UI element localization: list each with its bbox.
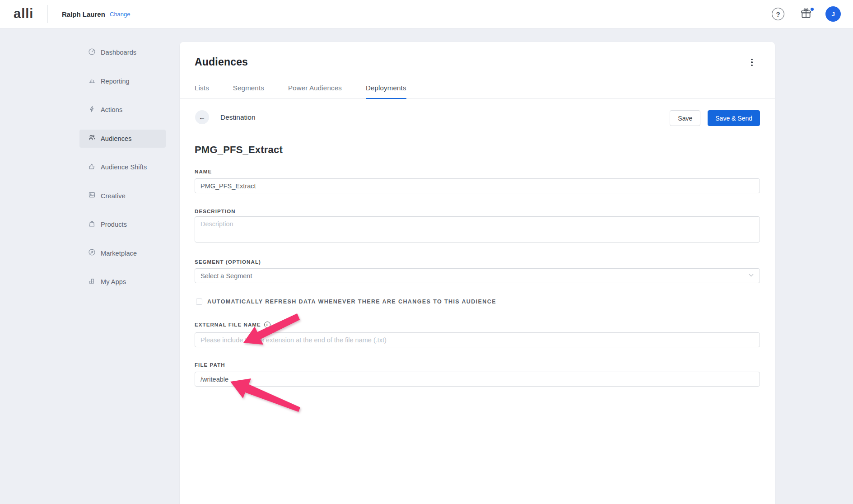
- name-label: NAME: [195, 169, 212, 174]
- deployment-name-heading: PMG_PFS_Extract: [195, 144, 283, 156]
- sidebar-item-my-apps[interactable]: My Apps: [79, 273, 166, 291]
- top-bar: alli Ralph Lauren Change ? J: [0, 0, 853, 28]
- gift-icon: [800, 13, 812, 21]
- destination-label: Destination: [220, 110, 256, 124]
- info-icon[interactable]: i: [264, 322, 270, 328]
- segment-label: SEGMENT (OPTIONAL): [195, 259, 261, 265]
- back-button[interactable]: ←: [195, 110, 209, 124]
- tab-power-audiences[interactable]: Power Audiences: [288, 84, 342, 98]
- external-file-name-label: EXTERNAL FILE NAME i: [195, 322, 270, 328]
- sidebar-item-label: Actions: [101, 106, 122, 113]
- sidebar-nav: Dashboards Reporting Actions Audiences A…: [79, 43, 166, 302]
- sidebar-item-label: My Apps: [101, 278, 126, 285]
- back-arrow-icon: ←: [199, 113, 205, 121]
- chevron-down-icon: [748, 272, 754, 280]
- apps-grid-icon: [88, 277, 96, 287]
- file-path-label: FILE PATH: [195, 362, 225, 368]
- sidebar-item-actions[interactable]: Actions: [79, 101, 166, 119]
- page-title: Audiences: [195, 56, 248, 68]
- whats-new-button[interactable]: [800, 8, 814, 21]
- segment-select[interactable]: Select a Segment: [195, 268, 760, 283]
- question-mark-icon: ?: [776, 10, 780, 18]
- sidebar-item-marketplace[interactable]: Marketplace: [79, 244, 166, 262]
- sidebar-item-reporting[interactable]: Reporting: [79, 72, 166, 90]
- toolbar-actions: Save Save & Send: [670, 110, 760, 126]
- name-input[interactable]: [195, 178, 760, 193]
- bar-chart-icon: [88, 76, 96, 86]
- sidebar-item-audiences[interactable]: Audiences: [79, 130, 166, 148]
- people-icon: [88, 134, 96, 143]
- external-file-name-input[interactable]: [195, 332, 760, 347]
- auto-refresh-row: AUTOMATICALLY REFRESH DATA WHENEVER THER…: [196, 299, 496, 305]
- auto-refresh-checkbox[interactable]: [196, 299, 202, 305]
- sidebar-item-label: Reporting: [101, 78, 130, 85]
- avatar-initial: J: [831, 11, 834, 18]
- sidebar-item-label: Audience Shifts: [101, 163, 147, 171]
- sidebar-item-label: Products: [101, 221, 127, 228]
- sidebar-item-label: Marketplace: [101, 250, 137, 257]
- save-button[interactable]: Save: [670, 110, 700, 126]
- tab-segments[interactable]: Segments: [233, 84, 264, 98]
- lightning-icon: [88, 105, 96, 115]
- file-path-input[interactable]: [195, 372, 760, 387]
- help-button[interactable]: ?: [772, 8, 784, 20]
- description-input[interactable]: [195, 216, 760, 243]
- tab-lists[interactable]: Lists: [195, 84, 209, 98]
- app-logo: alli: [14, 0, 33, 28]
- external-file-name-label-text: EXTERNAL FILE NAME: [195, 322, 261, 327]
- sidebar-item-label: Audiences: [101, 135, 132, 142]
- change-client-link[interactable]: Change: [110, 0, 131, 28]
- segment-select-value: Select a Segment: [200, 272, 252, 280]
- kebab-menu-button[interactable]: [747, 57, 756, 67]
- user-avatar[interactable]: J: [825, 6, 841, 22]
- sidebar-item-label: Dashboards: [101, 49, 136, 56]
- sidebar-item-creative[interactable]: Creative: [79, 187, 166, 205]
- notification-dot: [810, 7, 815, 12]
- sidebar-item-label: Creative: [101, 192, 126, 200]
- tab-deployments[interactable]: Deployments: [366, 84, 406, 98]
- compass-icon: [88, 248, 96, 258]
- image-icon: [88, 191, 96, 201]
- sidebar-item-products[interactable]: Products: [79, 215, 166, 233]
- tab-bar: Lists Segments Power Audiences Deploymen…: [180, 80, 775, 99]
- main-panel: Audiences Lists Segments Power Audiences…: [180, 42, 775, 504]
- save-and-send-button[interactable]: Save & Send: [708, 110, 760, 126]
- auto-refresh-label: AUTOMATICALLY REFRESH DATA WHENEVER THER…: [207, 299, 496, 305]
- shopping-bag-icon: [88, 220, 96, 229]
- description-label: DESCRIPTION: [195, 209, 236, 214]
- sidebar-item-dashboards[interactable]: Dashboards: [79, 43, 166, 61]
- thumbs-up-icon: [88, 163, 96, 172]
- gauge-icon: [88, 48, 96, 57]
- header-divider: [47, 5, 48, 23]
- sidebar-item-audience-shifts[interactable]: Audience Shifts: [79, 158, 166, 176]
- client-name: Ralph Lauren: [62, 0, 105, 28]
